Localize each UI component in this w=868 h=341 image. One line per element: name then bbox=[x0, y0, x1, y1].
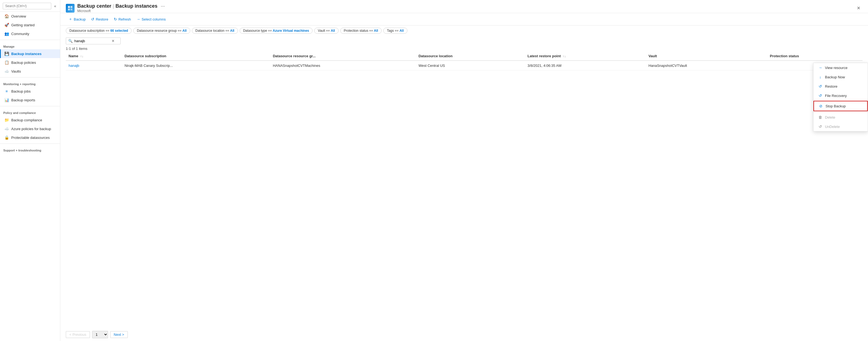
sidebar-nav-backup-policies[interactable]: 📋 Backup policies bbox=[0, 58, 60, 67]
sidebar-nav-community[interactable]: 👥 Community bbox=[0, 29, 60, 38]
backup-reports-icon: 📊 bbox=[4, 98, 9, 102]
sidebar-nav-overview[interactable]: 🏠 Overview bbox=[0, 12, 60, 21]
items-count: 1-1 of 1 items bbox=[60, 45, 868, 52]
cell-datasource-resource-group: HANASnapshotCVTMachines bbox=[270, 61, 415, 70]
monitoring-section-label: Monitoring + reporting bbox=[0, 79, 60, 87]
protectable-datasources-icon: 🔒 bbox=[4, 135, 9, 140]
table-row: hanajb Nirajk-MAB Canary Subscrip... HAN… bbox=[66, 61, 863, 70]
close-button[interactable]: ✕ bbox=[855, 4, 863, 12]
filter-protection-status[interactable]: Protection status == All bbox=[340, 28, 382, 34]
sidebar-nav-backup-jobs[interactable]: ≡ Backup jobs bbox=[0, 87, 60, 96]
sidebar-item-label-community: Community bbox=[11, 32, 29, 36]
azure-policies-icon: ☁️ bbox=[4, 126, 9, 131]
context-menu-backup-now[interactable]: ↓ Backup Now bbox=[813, 72, 868, 81]
search-clear-button[interactable]: ✕ bbox=[112, 39, 115, 43]
undelete-icon: ↺ bbox=[818, 124, 823, 129]
file-recovery-icon: ↺ bbox=[818, 93, 823, 98]
main-content: Backup center | Backup instances ··· Mic… bbox=[60, 0, 868, 341]
sidebar-item-label-vaults: Vaults bbox=[11, 69, 21, 73]
sidebar-divider-1 bbox=[0, 40, 60, 40]
sidebar-collapse-button[interactable]: « bbox=[53, 3, 57, 9]
backup-instances-icon: 💾 bbox=[4, 51, 9, 56]
svg-rect-1 bbox=[70, 6, 72, 8]
context-menu-divider bbox=[813, 112, 868, 112]
sidebar-item-label-backup-jobs: Backup jobs bbox=[11, 89, 31, 93]
col-header-datasource-resource-group: Datasource resource gr... bbox=[270, 52, 415, 61]
cell-latest-restore-point: 3/8/2021, 4:06:35 AM bbox=[525, 61, 646, 70]
app-logo bbox=[66, 4, 74, 12]
col-header-vault: Vault bbox=[646, 52, 767, 61]
filter-datasource-subscription[interactable]: Datasource subscription == 66 selected bbox=[66, 28, 132, 34]
toolbar: ＋ Backup ↺ Restore ↻ Refresh → Select co… bbox=[60, 13, 868, 26]
search-bar-row: 🔍 ✕ bbox=[60, 36, 868, 45]
community-icon: 👥 bbox=[4, 31, 9, 36]
col-header-latest-restore-point: Latest restore point ↑↓ bbox=[525, 52, 646, 61]
filters-row: Datasource subscription == 66 selected D… bbox=[60, 26, 868, 36]
sidebar-search-input[interactable] bbox=[3, 3, 51, 9]
context-menu-undelete: ↺ UnDelete bbox=[813, 122, 868, 131]
filter-tags[interactable]: Tags == All bbox=[383, 28, 407, 34]
restore-icon: ↺ bbox=[91, 17, 94, 21]
sidebar-nav-azure-policies[interactable]: ☁️ Azure policies for backup bbox=[0, 124, 60, 133]
backup-now-icon: ↓ bbox=[818, 75, 823, 79]
next-page-button[interactable]: Next > bbox=[110, 331, 128, 338]
previous-page-button[interactable]: < Previous bbox=[66, 331, 90, 338]
sidebar-nav-getting-started[interactable]: 🚀 Getting started bbox=[0, 21, 60, 29]
table-header-row: Name ↑↓ Datasource subscription Datasour… bbox=[66, 52, 863, 61]
filter-vault[interactable]: Vault == All bbox=[314, 28, 339, 34]
getting-started-icon: 🚀 bbox=[4, 23, 9, 27]
col-header-protection-status: Protection status bbox=[767, 52, 863, 61]
sidebar-divider-2 bbox=[0, 77, 60, 77]
page-header-text: Backup center | Backup instances ··· Mic… bbox=[77, 3, 165, 13]
sidebar-divider-3 bbox=[0, 106, 60, 106]
name-sort-icon[interactable]: ↑↓ bbox=[80, 55, 83, 58]
sidebar-nav-protectable-datasources[interactable]: 🔒 Protectable datasources bbox=[0, 133, 60, 142]
restore-button[interactable]: ↺ Restore bbox=[88, 15, 111, 23]
select-columns-button[interactable]: → Select columns bbox=[133, 15, 168, 23]
cell-name: hanajb bbox=[66, 61, 122, 70]
instance-name-link[interactable]: hanajb bbox=[68, 64, 79, 68]
sidebar-divider-4 bbox=[0, 143, 60, 144]
backup-compliance-icon: 📁 bbox=[4, 117, 9, 123]
sidebar-item-label-overview: Overview bbox=[11, 14, 26, 19]
stop-backup-icon: ⊘ bbox=[818, 104, 823, 108]
backup-center-logo-icon bbox=[67, 5, 73, 11]
sidebar-item-label-backup-policies: Backup policies bbox=[11, 61, 36, 65]
col-header-name: Name ↑↓ bbox=[66, 52, 122, 61]
context-menu-file-recovery[interactable]: ↺ File Recovery bbox=[813, 91, 868, 100]
cell-datasource-location: West Central US bbox=[415, 61, 525, 70]
context-menu-restore[interactable]: ↺ Restore bbox=[813, 81, 868, 91]
sidebar-nav-backup-reports[interactable]: 📊 Backup reports bbox=[0, 96, 60, 104]
backup-policies-icon: 📋 bbox=[4, 60, 9, 65]
backup-button[interactable]: ＋ Backup bbox=[66, 15, 88, 23]
page-header-more-button[interactable]: ··· bbox=[161, 3, 165, 9]
delete-icon: 🗑 bbox=[818, 115, 823, 120]
svg-rect-0 bbox=[68, 6, 70, 8]
view-resource-icon: → bbox=[818, 65, 823, 70]
refresh-icon: ↻ bbox=[114, 17, 117, 21]
filter-datasource-location[interactable]: Datasource location == All bbox=[192, 28, 238, 34]
restore-point-sort-icon[interactable]: ↑↓ bbox=[563, 55, 566, 58]
refresh-button[interactable]: ↻ Refresh bbox=[111, 15, 134, 23]
page-selector[interactable]: 1 bbox=[92, 331, 108, 338]
filter-datasource-resource-group[interactable]: Datasource resource group == All bbox=[133, 28, 190, 34]
col-header-datasource-location: Datasource location bbox=[415, 52, 525, 61]
cell-datasource-subscription: Nirajk-MAB Canary Subscrip... bbox=[122, 61, 270, 70]
page-header: Backup center | Backup instances ··· Mic… bbox=[60, 0, 868, 13]
sidebar-nav-vaults[interactable]: ☁️ Vaults bbox=[0, 67, 60, 76]
sidebar: « 🏠 Overview 🚀 Getting started 👥 Communi… bbox=[0, 0, 60, 341]
table-container: Name ↑↓ Datasource subscription Datasour… bbox=[60, 52, 868, 328]
sidebar-nav-backup-instances[interactable]: 💾 Backup instances bbox=[0, 49, 60, 58]
search-bar: 🔍 ✕ bbox=[66, 37, 121, 44]
backup-icon: ＋ bbox=[68, 17, 72, 22]
context-menu-view-resource[interactable]: → View resource bbox=[813, 63, 868, 72]
backup-instances-table: Name ↑↓ Datasource subscription Datasour… bbox=[66, 52, 863, 70]
search-input[interactable] bbox=[74, 39, 110, 43]
restore-context-icon: ↺ bbox=[818, 84, 823, 89]
context-menu-stop-backup[interactable]: ⊘ Stop Backup bbox=[813, 101, 868, 111]
sidebar-nav-backup-compliance[interactable]: 📁 Backup compliance bbox=[0, 115, 60, 124]
page-subtitle: Microsoft bbox=[77, 9, 165, 13]
support-section-label: Support + troubleshooting bbox=[0, 145, 60, 153]
cell-vault: HanaSnapshotCVTVault bbox=[646, 61, 767, 70]
filter-datasource-type[interactable]: Datasource type == Azure Virtual machine… bbox=[240, 28, 313, 34]
